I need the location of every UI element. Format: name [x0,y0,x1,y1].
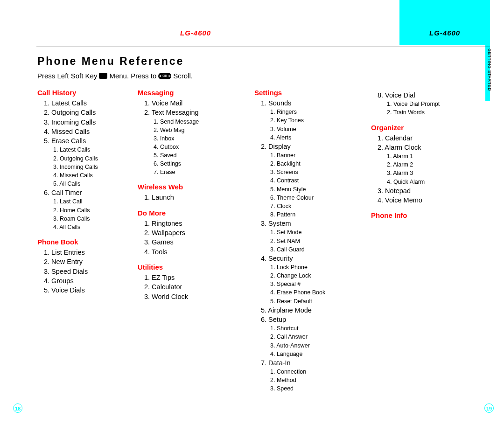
list-item: 1. Latest Calls [53,146,128,154]
list-item: 1. List Entries [44,248,128,257]
list-item: 2. Call Answer [270,333,362,341]
list-item: 1. Lock Phone [270,263,362,271]
list-item: 3. Inbox [154,134,245,143]
page-number-right: 19 [484,403,494,413]
ok-nav-icon: ◄ OK ► [158,73,171,79]
list-item: 2. Change Lock [270,271,362,280]
list-item: 2. Set NAM [270,237,362,245]
list-item: 4. Missed Calls [53,171,128,180]
cyan-header-band [399,0,490,45]
list-item: 4. Security [261,254,362,263]
head-organizer: Organizer [371,124,469,132]
list-item: 4. Groups [44,276,128,285]
list-item: 2. Alarm Clock [378,143,469,152]
list-item: 2. Outgoing Calls [53,154,128,163]
list-item: 6. Call Timer [44,188,128,197]
list-item: 4. All Calls [53,223,128,231]
list-item: 2. Display [261,142,362,151]
list-item: 8. Pattern [270,210,362,219]
list-item: 5. All Calls [53,180,128,188]
list-item: 5. Menu Style [270,185,362,194]
list-item: 4. Missed Calls [44,127,128,136]
list-item: 1. Alarm 1 [387,152,469,160]
list-item: 5. Voice Dials [44,285,128,295]
list-item: 6. Setup [261,315,362,324]
instruction-line: Press Left Soft Key Menu. Press to ◄ OK … [37,72,193,80]
list-item: 6. Settings [154,160,245,168]
page-number-left: 18 [13,403,22,413]
list-item: 5. Airplane Mode [261,306,362,315]
list-item: 4. Tools [144,247,245,257]
column-1: Call History 1. Latest Calls 2. Outgoing… [37,89,138,393]
list-item: 1. Voice Mail [144,98,245,108]
list-item: 5. Erase Calls [44,136,128,146]
head-messaging: Messaging [138,89,245,97]
head-phone-book: Phone Book [37,238,128,246]
list-item: 2. Backlight [270,160,362,168]
list-item: 1. Shortcut [270,324,362,333]
head-call-history: Call History [37,89,128,97]
soft-key-icon [99,73,107,79]
column-4: 8. Voice Dial 1. Voice Dial Prompt 2. Tr… [371,89,478,393]
list-item: 2. Method [270,376,362,384]
list-item: 7. Clock [270,202,362,210]
list-item: 2. Web Msg [154,126,245,134]
list-item: 3. Screens [270,168,362,176]
section-tab-label: GETTING STARTED [487,49,492,91]
list-item: 3. Special # [270,280,362,288]
list-item: 7. Data-In [261,358,362,368]
head-utilities: Utilities [138,263,245,271]
list-item: 1. Set Mode [270,228,362,236]
list-item: 1. Calendar [378,133,469,143]
head-wireless-web: Wireless Web [138,183,245,191]
list-item: 5. Saved [154,151,245,160]
list-item: 1. Voice Dial Prompt [387,100,469,108]
list-item: 1. Sounds [261,98,362,108]
list-item: 4. Language [270,350,362,358]
menu-columns: Call History 1. Latest Calls 2. Outgoing… [37,89,490,393]
list-item: 4. Outbox [154,143,245,151]
instruction-text-a: Press Left Soft Key [37,72,97,80]
list-item: 3. Roam Calls [53,215,128,223]
list-item: 2. Calculator [144,282,245,292]
list-item: 1. Ringers [270,108,362,116]
list-item: 1. Last Call [53,197,128,206]
list-item: 1. Ringtones [144,219,245,228]
list-item: 3. Games [144,237,245,247]
list-item: 4. Erase Phone Book [270,288,362,297]
list-item: 1. Connection [270,368,362,376]
list-item: 2. New Entry [44,257,128,266]
list-item: 4. Quick Alarm [387,178,469,186]
list-item: 2. Outgoing Calls [44,108,128,117]
list-item: 1. Send Message [154,118,245,126]
list-item: 1. Launch [144,193,245,202]
list-item: 1. EZ Tips [144,273,245,282]
list-item: 3. Speed [270,384,362,393]
page-rule [36,47,490,47]
list-item: 8. Voice Dial [378,90,469,100]
list-item: 5. Reset Default [270,297,362,306]
list-item: 3. Notepad [378,186,469,195]
list-item: 2. Text Messaging [144,108,245,117]
list-item: 6. Theme Colour [270,194,362,202]
head-phone-info: Phone Info [371,211,469,219]
list-item: 7. Erase [154,168,245,176]
list-item: 3. World Clock [144,292,245,301]
list-item: 3. Auto-Answer [270,341,362,350]
list-item: 2. Key Tones [270,116,362,125]
list-item: 4. Contrast [270,176,362,185]
list-item: 2. Wallpapers [144,228,245,237]
list-item: 3. System [261,219,362,228]
header-model-right: LG-4600 [429,29,460,37]
list-item: 3. Speed Dials [44,267,128,276]
list-item: 3. Volume [270,125,362,133]
list-item: 2. Home Calls [53,206,128,215]
list-item: 1. Banner [270,151,362,160]
instruction-text-c: Scroll. [173,72,193,80]
list-item: 1. Latest Calls [44,98,128,108]
column-2: Messaging 1. Voice Mail 2. Text Messagin… [138,89,254,393]
list-item: 3. Incoming Calls [53,163,128,171]
list-item: 3. Incoming Calls [44,118,128,127]
column-3: Settings 1. Sounds 1. Ringers 2. Key Ton… [254,89,371,393]
list-item: 2. Alarm 2 [387,160,469,169]
